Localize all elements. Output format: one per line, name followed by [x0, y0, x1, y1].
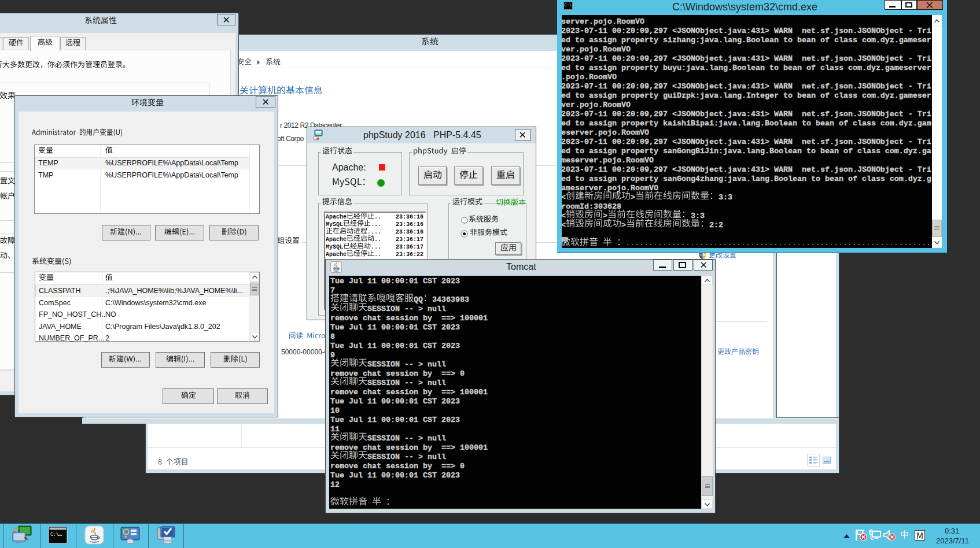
svg-text:C:\: C:\ [50, 532, 59, 537]
